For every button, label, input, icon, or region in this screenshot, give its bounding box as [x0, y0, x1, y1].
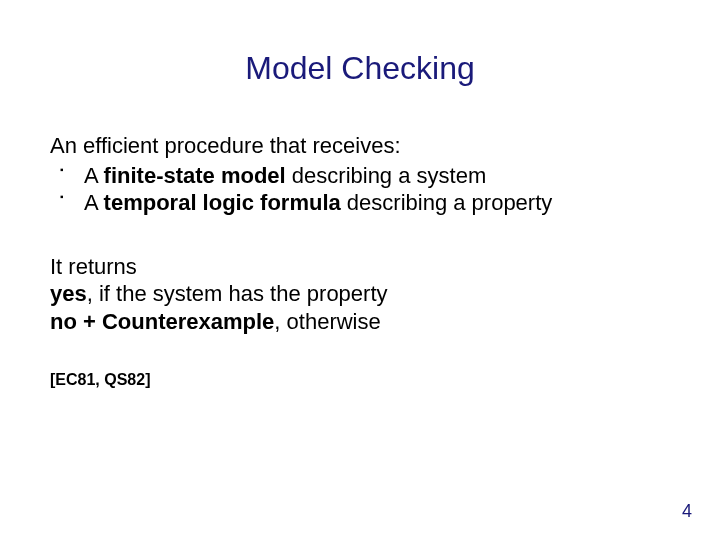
receives-intro: An efficient procedure that receives: [50, 132, 670, 160]
keyword: temporal logic formula [104, 190, 341, 215]
returns-block: It returns yes, if the system has the pr… [50, 253, 670, 336]
text: describing a system [286, 163, 487, 188]
list-item: A finite-state model describing a system [60, 162, 670, 190]
text: A [84, 190, 104, 215]
receives-list: A finite-state model describing a system… [60, 162, 670, 217]
keyword: no + Counterexample [50, 309, 274, 334]
returns-intro: It returns [50, 253, 670, 281]
receives-block: An efficient procedure that receives: A … [50, 132, 670, 217]
page-number: 4 [682, 501, 692, 522]
text: A [84, 163, 104, 188]
citations: [EC81, QS82] [50, 371, 670, 389]
text: , otherwise [274, 309, 380, 334]
list-item: A temporal logic formula describing a pr… [60, 189, 670, 217]
returns-yes-line: yes, if the system has the property [50, 280, 670, 308]
slide: Model Checking An efficient procedure th… [0, 0, 720, 540]
keyword: yes [50, 281, 87, 306]
text: describing a property [341, 190, 553, 215]
text: , if the system has the property [87, 281, 388, 306]
keyword: finite-state model [104, 163, 286, 188]
returns-no-line: no + Counterexample, otherwise [50, 308, 670, 336]
slide-title: Model Checking [50, 50, 670, 87]
